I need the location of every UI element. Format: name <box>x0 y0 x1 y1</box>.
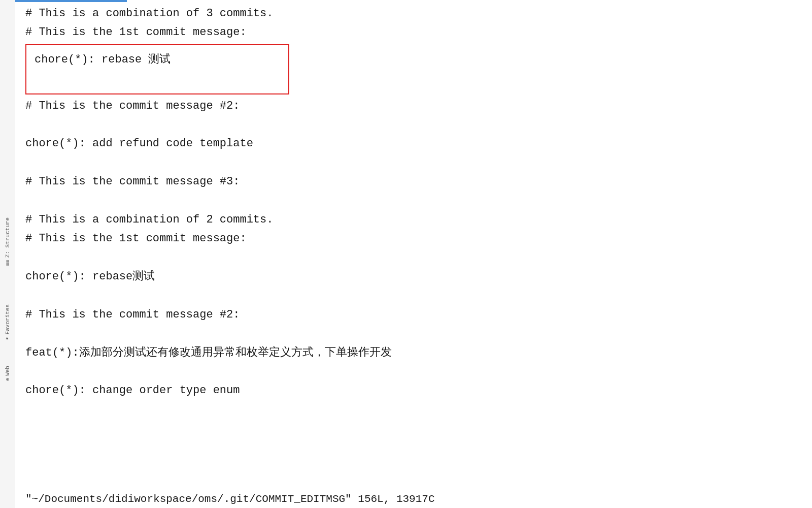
main-content: # This is a combination of 3 commits. # … <box>15 0 812 493</box>
line-15: # This is the commit message #2: <box>25 305 802 324</box>
sidebar-tab-web[interactable]: ⊕ Web <box>4 362 12 385</box>
favorites-icon: ★ <box>5 337 11 342</box>
empty-2 <box>25 153 802 172</box>
status-bar: "~/Documents/didiworkspace/oms/.git/COMM… <box>15 490 812 509</box>
highlighted-line: chore(*): rebase 测试 <box>35 50 280 69</box>
empty-4 <box>25 248 802 267</box>
sidebar-tab-favorites[interactable]: ★ Favorites <box>4 300 12 346</box>
line-8: # This is the commit message #3: <box>25 172 802 191</box>
sidebar-tab-structure[interactable]: ≡≡ Z: Structure <box>4 213 12 270</box>
empty-5 <box>25 286 802 305</box>
left-sidebar: ≡≡ Z: Structure ★ Favorites ⊕ Web <box>0 0 15 508</box>
line-6: chore(*): add refund code template <box>25 134 802 153</box>
line-1: # This is a combination of 3 commits. <box>25 4 802 23</box>
highlighted-line-empty <box>35 69 280 88</box>
structure-icon: ≡≡ <box>5 260 11 266</box>
line-13: chore(*): rebase测试 <box>25 267 802 286</box>
line-4: # This is the commit message #2: <box>25 97 802 115</box>
empty-1 <box>25 115 802 134</box>
empty-6 <box>25 324 802 343</box>
web-icon: ⊕ <box>5 377 11 380</box>
highlighted-commit-block: chore(*): rebase 测试 <box>25 44 289 94</box>
line-2: # This is the 1st commit message: <box>25 23 802 42</box>
line-19: chore(*): change order type enum <box>25 381 802 400</box>
line-10: # This is a combination of 2 commits. <box>25 210 802 229</box>
empty-7 <box>25 362 802 381</box>
line-17: feat(*):添加部分测试还有修改通用异常和枚举定义方式，下单操作开发 <box>25 343 802 362</box>
status-bar-text: "~/Documents/didiworkspace/oms/.git/COMM… <box>25 493 435 505</box>
empty-3 <box>25 192 802 210</box>
line-11: # This is the 1st commit message: <box>25 229 802 248</box>
